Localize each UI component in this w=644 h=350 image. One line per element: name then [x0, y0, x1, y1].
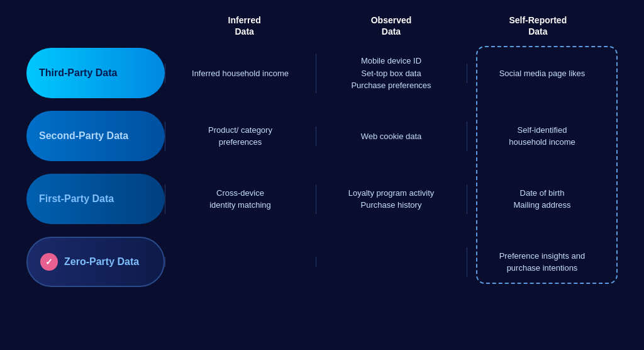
row-second-party: Second-Party Data Product/ categoryprefe…	[26, 108, 618, 164]
header-observed: ObservedData	[318, 14, 464, 37]
cell-second-selfreported: Self-identifiedhousehold income	[467, 118, 618, 155]
header-empty	[33, 14, 171, 37]
cell-zero-selfreported: Preference insights andpurchase intentio…	[467, 244, 618, 281]
header-self-reported: Self-ReportedData	[465, 14, 611, 37]
label-third-party: Third-Party Data	[26, 48, 165, 98]
label-second-party: Second-Party Data	[26, 111, 165, 161]
cell-third-inferred: Inferred household income	[165, 61, 316, 86]
cell-third-selfreported: Social media page likes	[467, 61, 618, 86]
cell-second-inferred: Product/ categorypreferences	[165, 118, 316, 155]
cell-first-selfreported: Date of birthMailing address	[467, 181, 618, 218]
header-row: InferredData ObservedData Self-ReportedD…	[26, 14, 618, 37]
cell-third-observed: Mobile device IDSet-top box dataPurchase…	[316, 48, 467, 98]
cell-zero-observed	[316, 256, 467, 268]
grid-container: InferredData ObservedData Self-ReportedD…	[26, 14, 618, 290]
row-third-party: Third-Party Data Inferred household inco…	[26, 45, 618, 101]
cell-first-inferred: Cross-deviceidentity matching	[165, 181, 316, 218]
label-zero-party: Zero-Party Data	[26, 237, 165, 287]
label-first-party: First-Party Data	[26, 174, 165, 224]
check-icon	[40, 253, 58, 271]
main-container: InferredData ObservedData Self-ReportedD…	[14, 8, 630, 342]
row-zero-party: Zero-Party Data Preference insights andp…	[26, 234, 618, 290]
cell-first-observed: Loyalty program activityPurchase history	[316, 181, 467, 218]
row-first-party: First-Party Data Cross-deviceidentity ma…	[26, 171, 618, 227]
cell-second-observed: Web cookie data	[316, 124, 467, 149]
cell-zero-inferred	[165, 256, 316, 268]
header-inferred: InferredData	[171, 14, 318, 37]
